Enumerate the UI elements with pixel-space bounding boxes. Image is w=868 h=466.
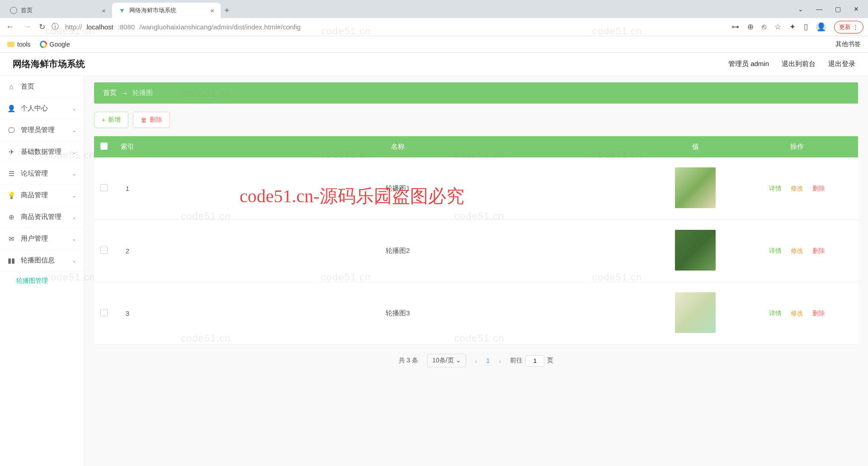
profile-icon[interactable]: 👤 <box>816 22 826 32</box>
reload-button[interactable]: ↻ <box>39 22 45 32</box>
sidebar: ⌂首页 👤个人中心⌄ 🖵管理员管理⌄ ✈基础数据管理⌄ ☰论坛管理⌄ 💡商品管理… <box>0 76 84 466</box>
breadcrumb-home[interactable]: 首页 <box>103 89 117 97</box>
bookmark-google[interactable]: Google <box>40 41 70 48</box>
back-button[interactable]: ← <box>5 22 15 32</box>
new-tab-button[interactable]: + <box>221 3 233 18</box>
user-label[interactable]: 管理员 admin <box>728 60 769 68</box>
sidebar-item-carousel-manage[interactable]: 轮播图管理 <box>0 271 84 290</box>
row-name: 轮播图2 <box>141 220 655 282</box>
goto-label: 前往 <box>510 357 523 365</box>
chevron-down-icon: ⌄ <box>72 149 76 155</box>
sidebar-item-forum[interactable]: ☰论坛管理⌄ <box>0 163 84 185</box>
page-number[interactable]: 1 <box>486 357 490 364</box>
table-row: 1轮播图1详情修改删除 <box>94 157 858 220</box>
panel-icon[interactable]: ▯ <box>804 22 808 32</box>
chevron-down-icon: ⌄ <box>72 171 76 177</box>
google-icon <box>40 41 47 48</box>
table-header-index[interactable]: 索引 <box>114 136 141 157</box>
detail-button[interactable]: 详情 <box>769 247 782 255</box>
row-index: 1 <box>114 157 141 220</box>
bulb-icon: 💡 <box>7 191 15 200</box>
plus-icon: + <box>102 116 105 124</box>
zoom-icon[interactable]: ⊕ <box>747 22 754 32</box>
thumbnail-image <box>675 167 716 208</box>
table-header-check <box>94 136 114 157</box>
arrow-right-icon: → <box>121 89 128 97</box>
page-size-select[interactable]: 10条/页 ⌄ <box>427 354 466 367</box>
next-page-button[interactable]: › <box>499 357 501 365</box>
chevron-down-icon: ⌄ <box>72 257 76 264</box>
row-index: 2 <box>114 220 141 282</box>
chevron-down-icon: ⌄ <box>72 236 76 242</box>
checkbox-all[interactable] <box>100 143 108 150</box>
sidebar-item-admin[interactable]: 🖵管理员管理⌄ <box>0 119 84 141</box>
key-icon[interactable]: ⊶ <box>731 22 739 32</box>
logout-button[interactable]: 退出登录 <box>828 60 855 68</box>
data-table: 索引 名称 值 操作 1轮播图1详情修改删除2轮播图2详情修改删除3轮播图3详情… <box>94 136 858 345</box>
row-delete-button[interactable]: 删除 <box>812 185 825 193</box>
trash-icon: 🗑 <box>141 116 147 124</box>
row-checkbox[interactable] <box>100 247 108 254</box>
row-delete-button[interactable]: 删除 <box>812 247 825 255</box>
breadcrumb-current: 轮播图 <box>132 89 153 97</box>
mail-icon: ✉ <box>7 235 15 243</box>
row-name: 轮播图1 <box>141 157 655 220</box>
minimize-icon[interactable]: — <box>816 5 822 13</box>
sidebar-item-basedata[interactable]: ✈基础数据管理⌄ <box>0 141 84 163</box>
globe-icon <box>10 7 17 14</box>
sidebar-item-news[interactable]: ⊕商品资讯管理⌄ <box>0 206 84 228</box>
close-icon[interactable]: × <box>102 7 106 14</box>
share-icon[interactable]: ⎋ <box>762 23 766 32</box>
close-window-icon[interactable]: ✕ <box>854 5 859 13</box>
maximize-icon[interactable]: ▢ <box>835 5 841 13</box>
table-header-value[interactable]: 值 <box>655 136 736 157</box>
folder-icon <box>7 42 14 47</box>
monitor-icon: 🖵 <box>7 126 15 134</box>
tab-label: 首页 <box>21 6 33 14</box>
main-content: 首页 → 轮播图 +新增 🗑删除 索引 名称 值 操 <box>84 76 868 466</box>
chart-icon: ▮▮ <box>7 257 15 265</box>
browser-tab[interactable]: 首页 × <box>4 3 112 18</box>
table-header-name[interactable]: 名称 <box>141 136 655 157</box>
row-delete-button[interactable]: 删除 <box>812 309 825 318</box>
row-checkbox[interactable] <box>100 309 108 316</box>
pagination-total: 共 3 条 <box>399 357 419 365</box>
globe-icon: ⊕ <box>7 213 15 221</box>
extensions-icon[interactable]: ✦ <box>789 22 796 32</box>
goto-input[interactable] <box>525 355 544 366</box>
other-bookmarks[interactable]: 其他书签 <box>833 40 861 48</box>
info-icon[interactable]: ⓘ <box>52 22 59 32</box>
star-icon[interactable]: ☆ <box>774 22 781 32</box>
edit-button[interactable]: 修改 <box>791 185 803 193</box>
prev-page-button[interactable]: ‹ <box>475 357 477 365</box>
edit-button[interactable]: 修改 <box>791 247 803 255</box>
vue-icon: ▼ <box>118 7 126 14</box>
chevron-down-icon: ⌄ <box>72 192 76 199</box>
close-icon[interactable]: × <box>210 7 214 14</box>
forward-button[interactable]: → <box>22 22 33 32</box>
bookmark-bar: tools Google 其他书签 <box>0 36 868 52</box>
add-button[interactable]: +新增 <box>94 112 128 128</box>
url-input[interactable]: http://localhost:8080/wangluohaixianshic… <box>65 23 725 31</box>
sidebar-item-profile[interactable]: 👤个人中心⌄ <box>0 98 84 119</box>
tab-label: 网络海鲜市场系统 <box>129 6 176 14</box>
browser-tab-active[interactable]: ▼ 网络海鲜市场系统 × <box>112 3 221 18</box>
update-button[interactable]: 更新⋮ <box>834 21 863 33</box>
bookmark-folder-tools[interactable]: tools <box>7 41 31 48</box>
exit-to-front-button[interactable]: 退出到前台 <box>782 60 816 68</box>
detail-button[interactable]: 详情 <box>769 309 782 318</box>
edit-button[interactable]: 修改 <box>791 309 803 318</box>
sidebar-item-carousel[interactable]: ▮▮轮播图信息⌄ <box>0 250 84 271</box>
detail-button[interactable]: 详情 <box>769 185 782 193</box>
row-checkbox[interactable] <box>100 184 108 191</box>
sidebar-item-goods[interactable]: 💡商品管理⌄ <box>0 185 84 206</box>
sidebar-item-users[interactable]: ✉用户管理⌄ <box>0 228 84 250</box>
home-icon: ⌂ <box>7 83 15 90</box>
delete-button[interactable]: 🗑删除 <box>133 112 170 128</box>
chevron-down-icon[interactable]: ⌄ <box>798 5 803 13</box>
sidebar-item-home[interactable]: ⌂首页 <box>0 76 84 98</box>
chevron-down-icon: ⌄ <box>72 105 76 112</box>
person-icon: 👤 <box>7 105 15 113</box>
row-name: 轮播图3 <box>141 282 655 345</box>
row-index: 3 <box>114 282 141 345</box>
